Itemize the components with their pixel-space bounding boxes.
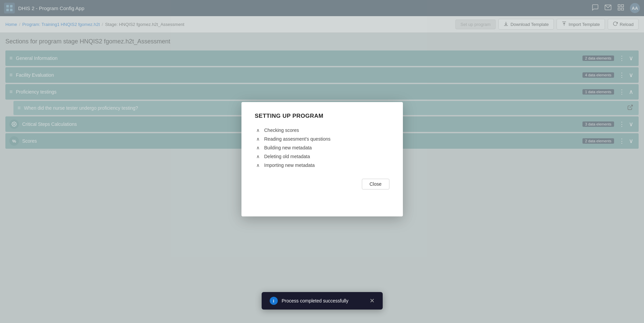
modal-step-3: ∧ Building new metadata: [255, 145, 389, 150]
modal-step-2: ∧ Reading assesment's questions: [255, 136, 389, 142]
step-3-label: Building new metadata: [264, 145, 312, 150]
step-2-label: Reading assesment's questions: [264, 136, 331, 142]
step-2-icon: ∧: [255, 136, 261, 142]
step-4-icon: ∧: [255, 154, 261, 159]
modal-footer: Close: [255, 179, 389, 189]
modal-step-5: ∧ Importing new metadata: [255, 163, 389, 168]
modal-title: SETTING UP PROGRAM: [255, 113, 389, 119]
step-1-icon: ∧: [255, 128, 261, 133]
toast-message: Process completed successfully: [282, 298, 366, 303]
modal-step-1: ∧ Checking scores: [255, 128, 389, 133]
info-symbol: i: [273, 298, 274, 303]
toast-close-button[interactable]: ✕: [370, 298, 375, 304]
step-1-label: Checking scores: [264, 128, 299, 133]
modal-step-4: ∧ Deleting old metadata: [255, 154, 389, 159]
toast-info-icon: i: [270, 297, 278, 305]
step-5-label: Importing new metadata: [264, 163, 315, 168]
step-5-icon: ∧: [255, 163, 261, 168]
modal-steps: ∧ Checking scores ∧ Reading assesment's …: [255, 128, 389, 168]
modal-close-button[interactable]: Close: [362, 179, 389, 189]
toast-notification: i Process completed successfully ✕: [262, 292, 383, 310]
modal-setting-up: SETTING UP PROGRAM ∧ Checking scores ∧ R…: [241, 102, 403, 216]
step-4-label: Deleting old metadata: [264, 154, 310, 159]
step-3-icon: ∧: [255, 145, 261, 150]
